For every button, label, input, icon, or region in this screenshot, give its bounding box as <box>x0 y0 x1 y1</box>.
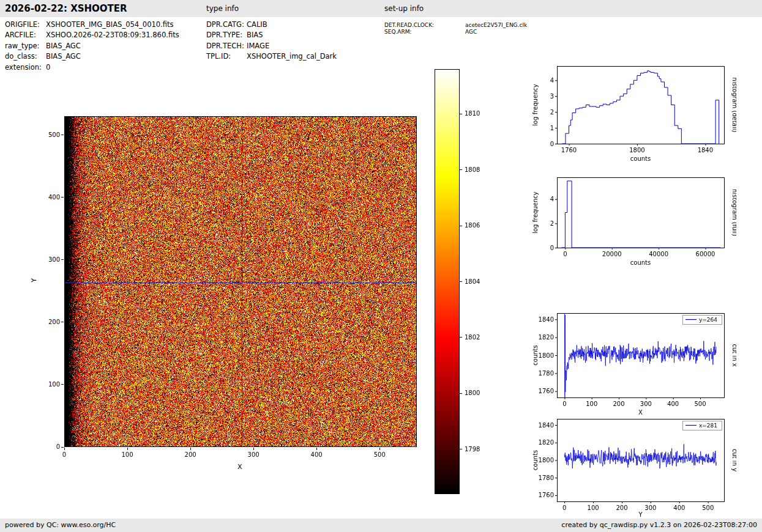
type-info-heading: type info <box>206 4 239 13</box>
meta-row: DPR.TECH:IMAGE <box>206 42 337 52</box>
meta-label: SEQ.ARM: <box>384 29 465 35</box>
x-tick-label: 300 <box>241 451 266 459</box>
meta-value: acetecE2V57I_ENG.clk <box>465 22 527 28</box>
cut-in-x-plot <box>525 308 736 419</box>
x-tick-mark <box>190 448 191 450</box>
y-tick-label: 300 <box>42 256 60 264</box>
colorbar-tick-mark <box>460 281 462 282</box>
colorbar-tick-label: 1808 <box>465 166 480 174</box>
setup-info-block: DET.READ.CLOCK:acetecE2V57I_ENG.clk SEQ.… <box>384 22 527 35</box>
x-tick-label: 400 <box>304 451 329 459</box>
x-tick-label: 0 <box>52 451 77 459</box>
header-bar: 2026-02-22: XSHOOTER type info set-up in… <box>0 0 762 17</box>
file-info-block: ORIGFILE:XSHOOTER_IMG_BIAS_054_0010.fits… <box>5 20 179 73</box>
colorbar-tick-mark <box>460 449 462 449</box>
meta-row: TPL.ID:XSHOOTER_img_cal_Dark <box>206 52 337 62</box>
page-title: 2026-02-22: XSHOOTER <box>5 3 127 14</box>
meta-row: ARCFILE:XSHOO.2026-02-23T08:09:31.860.fi… <box>5 31 179 41</box>
meta-label: do_class: <box>5 52 46 61</box>
x-tick-mark <box>64 448 65 450</box>
colorbar-tick-label: 1804 <box>465 278 480 286</box>
x-tick-mark <box>127 448 128 450</box>
histogram-full-plot <box>525 172 736 270</box>
colorbar-tick-label: 1800 <box>465 390 480 397</box>
x-tick-mark <box>253 448 254 450</box>
meta-value: XSHOOTER_img_cal_Dark <box>247 52 337 61</box>
meta-label: DPR.CATG: <box>206 20 247 29</box>
meta-row: raw_type:BIAS_AGC <box>5 42 179 52</box>
meta-value: IMAGE <box>247 42 269 50</box>
meta-value: 0 <box>46 63 50 72</box>
meta-value: XSHOOTER_IMG_BIAS_054_0010.fits <box>46 20 174 29</box>
colorbar-tick-label: 1810 <box>465 110 480 117</box>
colorbar-tick-mark <box>460 169 462 170</box>
bias-image-heatmap <box>64 116 417 447</box>
y-tick-mark <box>61 384 64 385</box>
y-tick-label: 100 <box>42 381 60 388</box>
qc-report-page: 2026-02-22: XSHOOTER type info set-up in… <box>0 0 762 532</box>
colorbar-tick-label: 1802 <box>465 334 480 341</box>
meta-label: extension: <box>5 63 46 72</box>
meta-row: extension:0 <box>5 63 179 73</box>
y-tick-mark <box>61 259 64 260</box>
y-tick-mark <box>61 447 64 448</box>
meta-value: BIAS_AGC <box>46 42 81 50</box>
main-x-axis-label: X <box>237 463 242 471</box>
colorbar-tick-mark <box>460 393 462 394</box>
y-tick-mark <box>61 135 64 135</box>
y-tick-mark <box>61 322 64 322</box>
meta-row: do_class:BIAS_AGC <box>5 52 179 62</box>
type-info-block: DPR.CATG:CALIB DPR.TYPE:BIAS DPR.TECH:IM… <box>206 20 337 63</box>
y-tick-label: 400 <box>42 194 60 201</box>
meta-value: CALIB <box>247 20 267 29</box>
y-tick-mark <box>61 197 64 198</box>
colorbar-tick-label: 1798 <box>465 446 480 453</box>
y-tick-label: 500 <box>42 131 60 139</box>
meta-label: raw_type: <box>5 42 46 50</box>
meta-label: TPL.ID: <box>206 52 247 61</box>
meta-row: ORIGFILE:XSHOOTER_IMG_BIAS_054_0010.fits <box>5 20 179 31</box>
colorbar <box>435 69 460 494</box>
meta-row: DPR.CATG:CALIB <box>206 20 337 31</box>
meta-row: DPR.TYPE:BIAS <box>206 31 337 41</box>
footer-powered-by: powered by QC: www.eso.org/HC <box>5 521 116 529</box>
x-tick-mark <box>316 448 317 450</box>
meta-row: SEQ.ARM:AGC <box>384 29 527 35</box>
setup-info-heading: set-up info <box>384 4 424 13</box>
colorbar-tick-label: 1806 <box>465 222 480 229</box>
meta-value: XSHOO.2026-02-23T08:09:31.860.fits <box>46 31 179 39</box>
cut-in-y-plot <box>525 414 736 519</box>
x-tick-label: 500 <box>367 451 392 459</box>
meta-value: BIAS <box>247 31 263 39</box>
meta-label: DET.READ.CLOCK: <box>384 22 465 28</box>
colorbar-tick-mark <box>460 226 462 226</box>
histogram-detail-plot <box>525 61 736 166</box>
colorbar-tick-mark <box>460 114 462 114</box>
x-tick-mark <box>379 448 380 450</box>
footer-created-by: created by qc_rawdisp.py v1.2.3 on 2026-… <box>561 521 757 529</box>
meta-label: DPR.TYPE: <box>206 31 247 39</box>
footer-bar: powered by QC: www.eso.org/HC created by… <box>0 519 762 532</box>
y-tick-label: 0 <box>42 443 60 451</box>
meta-label: ARCFILE: <box>5 31 46 39</box>
main-y-axis-label: Y <box>30 278 38 283</box>
meta-label: ORIGFILE: <box>5 20 46 29</box>
x-tick-label: 100 <box>115 451 140 459</box>
meta-value: BIAS_AGC <box>46 52 81 61</box>
meta-label: DPR.TECH: <box>206 42 247 50</box>
meta-value: AGC <box>465 29 477 35</box>
x-tick-label: 200 <box>178 451 203 459</box>
y-tick-label: 200 <box>42 319 60 326</box>
colorbar-tick-mark <box>460 337 462 338</box>
meta-row: DET.READ.CLOCK:acetecE2V57I_ENG.clk <box>384 22 527 29</box>
